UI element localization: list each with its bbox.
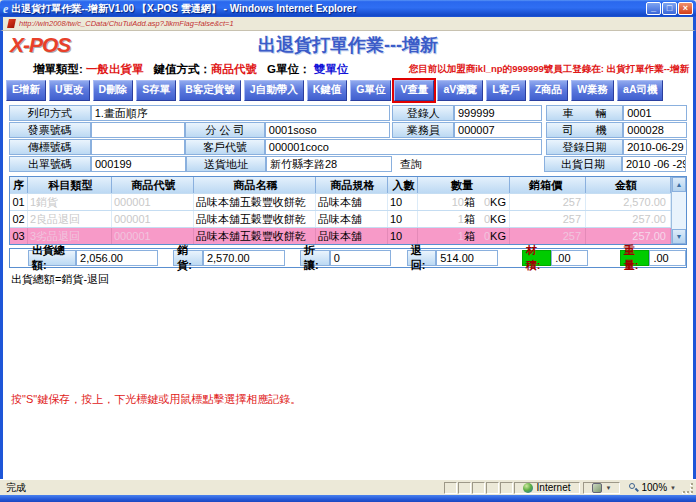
minimize-button[interactable]: _ (646, 2, 661, 15)
g-unit-value: 雙單位 (314, 62, 349, 77)
query-link[interactable]: 查詢 (392, 156, 544, 172)
login-notice: 您目前以加盟商ikl_np的999999號員工登錄在: 出貨打單作業--增新 (409, 63, 689, 76)
row-code: 000001 (112, 194, 194, 210)
vehicle-field[interactable]: 0001 (623, 105, 687, 121)
windows-taskbar-edge (0, 495, 696, 502)
invoice-no-field[interactable] (91, 122, 186, 138)
login-user-label: 登錄人 (392, 105, 454, 121)
dropdown-arrow-icon[interactable]: ▼ (606, 485, 612, 491)
sales-amount-field[interactable]: 2,570.00 (203, 250, 285, 266)
row-qty: 1 箱 0 KG (418, 228, 510, 244)
ship-date-label: 出貨日期 (544, 156, 622, 172)
col-seq: 序 (10, 177, 28, 193)
ship-date-field[interactable]: 2010 -06 -29 (622, 156, 686, 172)
globe-icon (523, 483, 533, 493)
row-name: 品味本舖五穀豐收餅乾 (194, 194, 316, 210)
zoom-control[interactable]: 100% ▼ (623, 482, 682, 494)
box-unit-label: 箱 (464, 195, 475, 210)
discount-label: 折讓: (300, 250, 330, 266)
sales-amount-label: 銷貨: (173, 250, 203, 266)
browser-window: e 出退貨打單作業--增新V1.00 【X-POS 雲通網】 - Windows… (0, 0, 696, 502)
volume-field[interactable]: .00 (551, 250, 588, 266)
return-amount-field[interactable]: 514.00 (436, 250, 498, 266)
voucher-no-field[interactable] (91, 139, 186, 155)
zoom-level: 100% (641, 482, 667, 493)
customer-code-label: 客戶代號 (185, 139, 265, 155)
restore-button[interactable]: □ (662, 2, 677, 15)
protected-mode-icon (592, 483, 602, 493)
discount-field[interactable]: 0 (330, 250, 392, 266)
order-no-field[interactable]: 000199 (91, 156, 186, 172)
print-mode-label: 列印方式 (9, 105, 91, 121)
row-amount: 2,570.00 (586, 194, 671, 210)
table-row[interactable]: 02 2良品退回 000001 品味本舖五穀豐收餅乾 品味本舖 10 1 箱 0… (10, 210, 671, 227)
toolbar-button-sales[interactable]: W業務 (571, 80, 614, 101)
dropdown-arrow-icon[interactable]: ▼ (670, 485, 676, 491)
toolbar-button-customer[interactable]: L客戶 (486, 80, 525, 101)
scroll-down-icon[interactable]: ▼ (672, 229, 686, 244)
salesman-field[interactable]: 000007 (454, 122, 542, 138)
row-spec: 品味本舖 (316, 211, 388, 227)
row-spec: 品味本舖 (316, 194, 388, 210)
row-type: 3劣品退回 (28, 228, 112, 244)
table-row[interactable]: 01 1銷貨 000001 品味本舖五穀豐收餅乾 品味本舖 10 10 箱 0 … (10, 193, 671, 210)
toolbar-button-delete[interactable]: D刪除 (93, 80, 134, 101)
total-amount-field[interactable]: 2,056.00 (76, 250, 158, 266)
g-unit-label: G單位： (267, 62, 310, 77)
row-qty: 1 箱 0 KG (418, 211, 510, 227)
customer-code-field[interactable]: 000001coco (265, 139, 542, 155)
toolbar-button-product[interactable]: Z商品 (529, 80, 568, 101)
toolbar-button-custom-code[interactable]: B客定貨號 (179, 80, 241, 101)
col-qty: 數量 (418, 177, 510, 193)
magnifier-icon (629, 483, 638, 492)
page-banner: X-POS 出退貨打單作業---增新 (3, 31, 693, 59)
toolbar-button-auto-fill[interactable]: J自動帶入 (244, 80, 304, 101)
branch-field[interactable]: 0001soso (265, 122, 390, 138)
close-button[interactable]: × (678, 2, 693, 15)
address-bar[interactable]: http://win2008/tw/c_CData/ChuTuiAdd.asp?… (0, 17, 696, 31)
row-price: 257 (510, 194, 586, 210)
status-bar: 完成 Internet ▼ 100% ▼ (0, 479, 696, 495)
driver-field[interactable]: 000028 (623, 122, 687, 138)
invoice-no-label: 發票號碼 (9, 122, 91, 138)
toolbar-button-browse[interactable]: aV瀏覽 (437, 80, 483, 101)
kg-unit-label: KG (490, 196, 506, 208)
login-user-field[interactable]: 999999 (454, 105, 542, 121)
weight-field[interactable]: .00 (649, 250, 686, 266)
table-row-selected[interactable]: 03 3劣品退回 000001 品味本舖五穀豐收餅乾 品味本舖 10 1 箱 0… (10, 227, 671, 244)
row-qty-box: 10 (452, 196, 464, 208)
items-table: 序 科目類型 商品代號 商品名稱 商品規格 入數 數量 銷箱價 金額 01 1銷… (9, 176, 687, 245)
register-date-label: 登錄日期 (546, 139, 624, 155)
ship-address-field[interactable]: 新竹縣李路28 (266, 156, 392, 172)
row-code: 000001 (112, 211, 194, 227)
kg-unit-label: KG (490, 213, 506, 225)
table-scrollbar[interactable]: ▲ ▼ (671, 177, 686, 244)
row-price: 257 (510, 228, 586, 244)
toolbar-button-add[interactable]: E增新 (6, 80, 46, 101)
print-mode-field[interactable]: 1.畫面順序 (91, 105, 391, 121)
toolbar-button-driver[interactable]: aA司機 (617, 80, 663, 101)
register-date-field[interactable]: 2010-06-29 (623, 139, 687, 155)
toolbar-button-check-qty[interactable]: V查量 (394, 80, 434, 101)
table-header-row: 序 科目類型 商品代號 商品名稱 商品規格 入數 數量 銷箱價 金額 (10, 177, 671, 193)
resize-grip[interactable] (682, 482, 694, 494)
scroll-up-icon[interactable]: ▲ (672, 177, 686, 192)
col-type: 科目類型 (28, 177, 112, 193)
keyboard-hint: 按"S"鍵保存，按上，下光標鍵或用鼠標點擊選擇相應記錄。 (11, 392, 693, 407)
title-bar: e 出退貨打單作業--增新V1.00 【X-POS 雲通網】 - Windows… (0, 0, 696, 17)
vehicle-label: 車 輛 (546, 105, 624, 121)
toolbar-button-modify[interactable]: U更改 (49, 80, 90, 101)
toolbar-button-unit[interactable]: G單位 (350, 80, 391, 101)
toolbar-button-save[interactable]: S存單 (136, 80, 176, 101)
box-unit-label: 箱 (464, 212, 475, 227)
page-title: 出退貨打單作業---增新 (3, 33, 693, 57)
volume-label: 材積: (522, 250, 552, 266)
row-amount: 257.00 (586, 211, 671, 227)
toolbar-button-key-value[interactable]: K鍵值 (307, 80, 348, 101)
protected-mode-panel[interactable]: ▼ (583, 482, 621, 494)
status-panel (458, 482, 471, 494)
col-code: 商品代號 (112, 177, 194, 193)
key-mode-value: 商品代號 (211, 62, 257, 77)
url-text[interactable]: http://win2008/tw/c_CData/ChuTuiAdd.asp?… (19, 19, 234, 28)
status-panel (500, 482, 513, 494)
